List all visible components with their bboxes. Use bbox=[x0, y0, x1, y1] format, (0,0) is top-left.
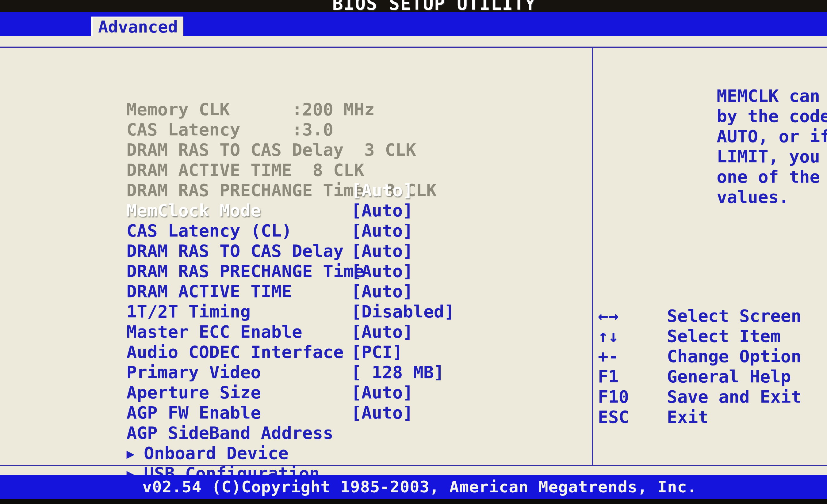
page-title: BIOS SETUP UTILITY bbox=[332, 0, 536, 12]
key-hint-keys: ↑↓ bbox=[598, 326, 619, 346]
key-hint-row: ↑↓ Select Item bbox=[0, 326, 827, 346]
key-hint-keys: ←→ bbox=[598, 306, 619, 326]
info-row: CAS Latency :3.0 bbox=[2, 99, 585, 119]
help-text-line: by the code using bbox=[613, 86, 822, 106]
key-hint-row: ESC Exit bbox=[0, 407, 827, 427]
main-panel: Memory CLK :200 MHz CAS Latency :3.0 DRA… bbox=[0, 36, 827, 475]
help-text-line: LIMIT, you can set bbox=[613, 126, 822, 147]
key-hint-keys: ESC bbox=[598, 407, 629, 427]
help-text-line: values. bbox=[613, 167, 822, 187]
info-row: DRAM RAS PRECHANGE Time 3 CLK bbox=[2, 160, 585, 180]
setting-row[interactable]: DRAM ACTIVE TIME [Auto] bbox=[2, 261, 585, 281]
key-hint-keys: F1 bbox=[598, 367, 619, 387]
bios-setup-screen: BIOS SETUP UTILITY Advanced Memory CLK :… bbox=[0, 0, 827, 504]
tab-advanced[interactable]: Advanced bbox=[91, 16, 183, 36]
info-rows-group: Memory CLK :200 MHz CAS Latency :3.0 DRA… bbox=[2, 79, 585, 180]
version-copyright-text: v02.54 (C)Copyright 1985-2003, American … bbox=[130, 478, 697, 496]
title-bar: BIOS SETUP UTILITY bbox=[0, 0, 827, 12]
key-hint-row: F1 General Help bbox=[0, 367, 827, 387]
info-row: Memory CLK :200 MHz bbox=[2, 79, 585, 99]
help-text-line: AUTO, or if you use bbox=[613, 106, 822, 126]
setting-row[interactable]: MemClock Mode [Auto] bbox=[2, 180, 585, 201]
setting-row[interactable]: CAS Latency (CL) [Auto] bbox=[2, 201, 585, 221]
help-panel: MEMCLK can be set by the code using AUTO… bbox=[613, 66, 822, 187]
setting-value[interactable]: [Auto] bbox=[351, 180, 413, 201]
help-text-line: MEMCLK can be set bbox=[613, 66, 822, 86]
setting-value[interactable]: [Auto] bbox=[351, 201, 413, 221]
setting-value[interactable]: [Auto] bbox=[351, 221, 413, 241]
menu-bar: Advanced bbox=[0, 12, 827, 36]
key-hint-keys: F10 bbox=[598, 387, 629, 407]
key-hint-action: Select Screen bbox=[667, 306, 801, 326]
key-hint-row: F10 Save and Exit bbox=[0, 387, 827, 407]
setting-value[interactable]: [Auto] bbox=[351, 241, 413, 261]
bottom-bezel bbox=[0, 499, 827, 504]
setting-value[interactable]: [Auto] bbox=[351, 281, 413, 301]
key-hint-action: General Help bbox=[667, 367, 791, 387]
info-row: DRAM ACTIVE TIME 8 CLK bbox=[2, 140, 585, 160]
frame-top-line bbox=[0, 47, 827, 48]
setting-value[interactable]: [Auto] bbox=[351, 261, 413, 281]
setting-row[interactable]: DRAM RAS TO CAS Delay [Auto] bbox=[2, 221, 585, 241]
key-hint-row: ←→ Select Screen bbox=[0, 306, 827, 326]
key-hint-action: Save and Exit bbox=[667, 387, 801, 407]
setting-row[interactable]: DRAM RAS PRECHANGE Time [Auto] bbox=[2, 241, 585, 261]
key-hint-row: +- Change Option bbox=[0, 346, 827, 367]
key-legend: ←→ Select Screen ↑↓ Select Item +- Chang… bbox=[0, 306, 827, 427]
help-text-line: one of the standard bbox=[613, 147, 822, 167]
key-hint-action: Exit bbox=[667, 407, 708, 427]
key-hint-keys: +- bbox=[598, 346, 619, 367]
key-hint-action: Change Option bbox=[667, 346, 801, 367]
key-hint-action: Select Item bbox=[667, 326, 781, 346]
setting-row[interactable]: 1T/2T Timing [Auto] bbox=[2, 281, 585, 301]
footer-bar: v02.54 (C)Copyright 1985-2003, American … bbox=[0, 475, 827, 499]
info-row: DRAM RAS TO CAS Delay 3 CLK bbox=[2, 119, 585, 140]
